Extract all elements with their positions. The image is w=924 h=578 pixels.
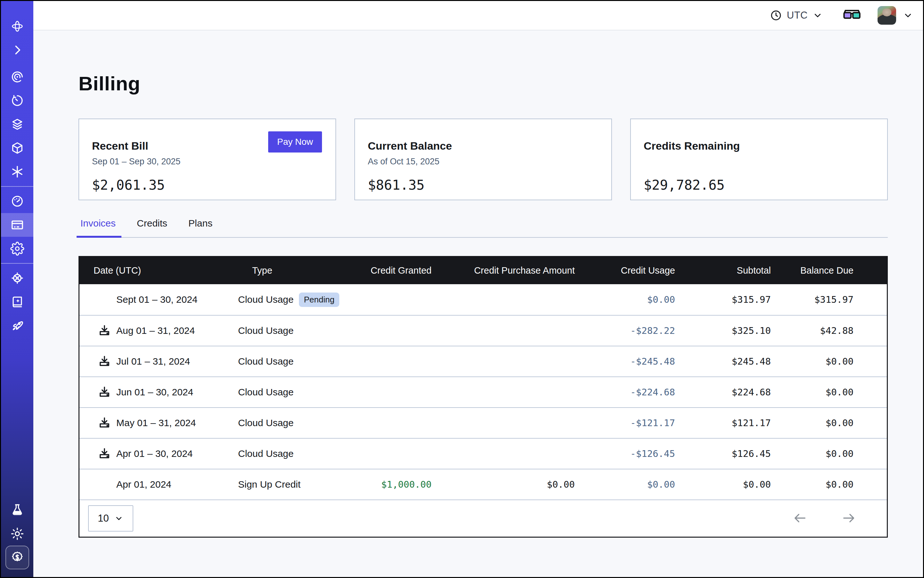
balance-due: $0.00 [771,356,854,367]
header-credit-purchase-amount: Credit Purchase Amount [432,265,575,276]
book-sparkle-icon[interactable] [1,290,33,314]
summary-cards: Recent Bill Sep 01 – Sep 30, 2025 $2,061… [78,119,888,200]
spiral-eye-icon[interactable] [1,65,33,89]
balance-due: $0.00 [771,479,854,490]
invoice-type: Cloud Usage [238,387,294,398]
header-balance-due: Balance Due [771,265,854,276]
timezone-selector[interactable]: UTC [770,9,823,22]
subtotal: $315.97 [675,294,771,305]
avatar[interactable] [877,6,896,25]
credit-usage: -$121.17 [575,417,675,429]
download-invoice-button[interactable] [97,354,112,369]
chevron-down-icon[interactable] [903,10,913,21]
arrow-right-icon [841,511,856,526]
sidebar-item-billing[interactable] [1,213,33,237]
header-credit-usage: Credit Usage [575,265,675,276]
subtotal: $0.00 [675,479,771,490]
header-subtotal: Subtotal [675,265,771,276]
gauge-icon[interactable] [1,189,33,213]
credit-usage: -$245.48 [575,356,675,367]
flask-icon[interactable] [1,498,33,522]
next-page-button[interactable] [841,511,856,526]
chevron-down-icon [812,10,823,21]
invoices-table: Date (UTC) Type Credit Granted Credit Pu… [78,256,888,537]
dollar-badge-icon [10,550,25,565]
sun-icon[interactable] [1,522,33,546]
topbar: UTC [33,1,923,31]
page-size-select[interactable]: 10 [88,505,133,531]
table-row: May 01 – 31, 2024 Cloud Usage -$121.17 $… [80,407,887,438]
credit-purchase-amount: $0.00 [432,479,575,490]
invoice-date: Jul 01 – 31, 2024 [116,356,190,367]
balance-due: $0.00 [771,387,854,398]
table-row: Apr 01, 2024 Sign Up Credit $1,000.00 $0… [80,469,887,500]
invoice-type: Cloud Usage [238,356,294,367]
card-title: Current Balance [368,140,599,152]
invoice-type: Cloud Usage [238,294,294,305]
credit-card-icon [10,218,24,232]
cube-icon[interactable] [1,136,33,160]
invoice-type: Cloud Usage [238,417,294,429]
recent-bill-amount: $2,061.35 [92,177,323,193]
gear-icon[interactable] [1,237,33,260]
sidebar [1,1,33,577]
subtotal: $245.48 [675,356,771,367]
rocket-icon[interactable] [1,314,33,338]
page-title: Billing [78,72,923,95]
credit-usage: -$282.22 [575,325,675,336]
glasses-icon[interactable] [843,8,861,23]
invoice-type: Cloud Usage [238,325,294,336]
tab-plans[interactable]: Plans [187,218,214,237]
invoice-date: Apr 01, 2024 [116,479,171,490]
download-invoice-button[interactable] [97,446,112,461]
as-of-date: As of Oct 15, 2025 [368,157,599,167]
status-badge: Pending [299,292,339,307]
helm-icon[interactable] [1,266,33,290]
download-invoice-button[interactable] [97,385,112,399]
billing-page: UTC Billing Recent Bill Sep 01 – Sep 30,… [0,0,924,578]
download-invoice-button[interactable] [97,416,112,430]
table-row: Sept 01 – 30, 2024 Cloud UsagePending $0… [80,284,887,315]
credits-rewards-button[interactable] [5,546,29,569]
table-row: Jul 01 – 31, 2024 Cloud Usage -$245.48 $… [80,346,887,377]
credit-usage: -$224.68 [575,387,675,398]
invoice-date: Jun 01 – 30, 2024 [116,387,193,398]
credits-remaining-card: Credits Remaining $29,782.65 [630,119,888,200]
download-invoice-button[interactable] [97,324,112,338]
tab-credits[interactable]: Credits [135,218,169,237]
credit-usage: $0.00 [575,479,675,490]
download-icon [97,416,112,430]
main-content: Billing Recent Bill Sep 01 – Sep 30, 202… [33,31,923,577]
credit-usage: $0.00 [575,294,675,305]
header-credit-granted: Credit Granted [353,265,432,276]
timer-icon[interactable] [1,89,33,112]
invoice-type: Cloud Usage [238,448,294,459]
invoice-type: Sign Up Credit [238,479,300,490]
sidebar-divider [1,186,33,187]
table-row: Apr 01 – 30, 2024 Cloud Usage -$126.45 $… [80,438,887,469]
prev-page-button[interactable] [792,511,807,526]
header-type: Type [238,265,353,276]
credits-remaining-amount: $29,782.65 [644,177,874,193]
table-row: Aug 01 – 31, 2024 Cloud Usage -$282.22 $… [80,315,887,346]
pay-now-button[interactable]: Pay Now [268,132,322,153]
pagination: 10 [80,500,887,537]
timezone-label: UTC [787,10,808,21]
tab-invoices[interactable]: Invoices [78,218,118,237]
asterisk-icon[interactable] [1,160,33,183]
subtotal: $126.45 [675,448,771,459]
chevron-right-icon[interactable] [1,38,33,62]
download-icon [97,446,112,461]
current-balance-amount: $861.35 [368,177,599,193]
invoice-date: Apr 01 – 30, 2024 [116,448,193,459]
subtotal: $121.17 [675,417,771,429]
page-size-value: 10 [98,513,109,524]
balance-due: $0.00 [771,417,854,429]
card-subtitle-empty [644,157,874,167]
download-icon [97,354,112,369]
sidebar-divider [1,263,33,264]
invoice-date: Aug 01 – 31, 2024 [116,325,195,336]
layers-icon[interactable] [1,112,33,136]
clock-icon [770,9,783,22]
orbit-logo-icon[interactable] [1,15,33,38]
